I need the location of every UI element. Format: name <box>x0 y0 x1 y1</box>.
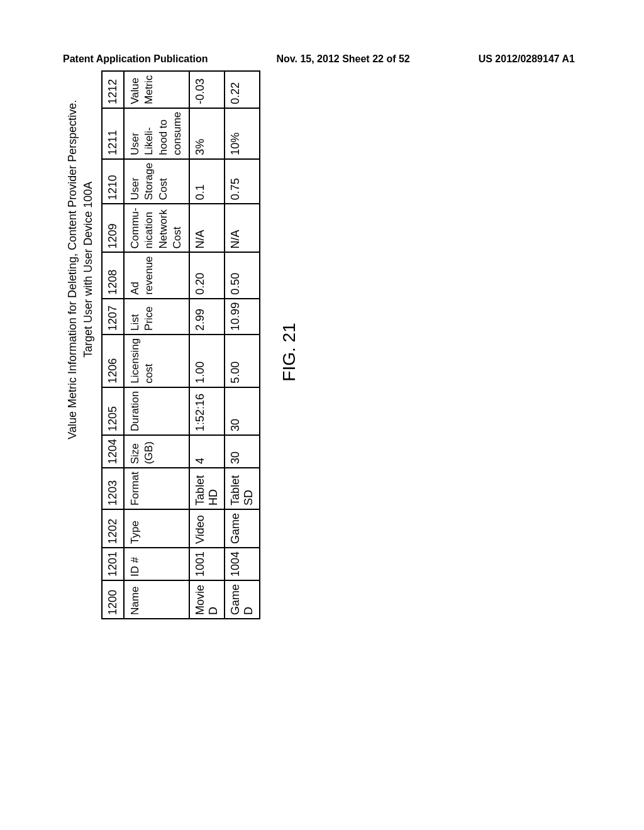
column-label-row: Name ID # Type Format Size (GB) Duration… <box>124 71 189 619</box>
col-num: 1204 <box>102 435 124 468</box>
col-num: 1201 <box>102 548 124 580</box>
header-center: Nov. 15, 2012 Sheet 22 of 52 <box>276 53 409 65</box>
figure-caption: FIG. 21 <box>279 323 299 381</box>
col-label: Commu-nication Network Cost <box>124 204 189 252</box>
cell: 0.75 <box>225 159 260 204</box>
col-label: Ad revenue <box>124 252 189 298</box>
col-label: User Likeli-hood to consume <box>124 108 189 159</box>
cell: 0.22 <box>225 71 260 108</box>
col-num: 1205 <box>102 387 124 435</box>
cell: 1004 <box>225 548 260 580</box>
cell: 1001 <box>189 548 225 580</box>
cell: 0.20 <box>189 252 225 298</box>
header-right: US 2012/0289147 A1 <box>479 53 575 65</box>
cell: 10.99 <box>225 299 260 335</box>
cell: 0.50 <box>225 252 260 298</box>
col-num: 1212 <box>102 71 124 108</box>
col-label: Value Metric <box>124 71 189 108</box>
col-label: User Storage Cost <box>124 159 189 204</box>
table-title: Value Metric Information for Deleting, C… <box>60 71 102 468</box>
cell: Game <box>225 509 260 548</box>
rotated-content: Value Metric Information for Deleting, C… <box>60 126 594 578</box>
table-row: Movie D 1001 Video Tablet HD 4 1:52:16 1… <box>189 71 225 619</box>
col-num: 1203 <box>102 468 124 509</box>
cell: Tablet HD <box>189 468 225 509</box>
col-label: List Price <box>124 299 189 335</box>
col-label: Licensing cost <box>124 335 189 387</box>
title-blank <box>60 468 102 619</box>
col-label: Type <box>124 509 189 548</box>
cell: Game D <box>225 580 260 619</box>
col-num: 1208 <box>102 252 124 298</box>
cell: Video <box>189 509 225 548</box>
col-label: Duration <box>124 387 189 435</box>
page-header: Patent Application Publication Nov. 15, … <box>63 53 575 65</box>
col-num: 1207 <box>102 299 124 335</box>
cell: N/A <box>189 204 225 252</box>
cell: 0.1 <box>189 159 225 204</box>
cell: 1.00 <box>189 335 225 387</box>
col-label: Size (GB) <box>124 435 189 468</box>
col-label: Format <box>124 468 189 509</box>
col-label: ID # <box>124 548 189 580</box>
col-num: 1209 <box>102 204 124 252</box>
title-line2: Target User with User Device 100A <box>82 182 94 358</box>
col-label: Name <box>124 580 189 619</box>
cell: 10% <box>225 108 260 159</box>
title-line1: Value Metric Information for Deleting, C… <box>66 100 79 440</box>
col-num: 1200 <box>102 580 124 619</box>
table-title-row: Value Metric Information for Deleting, C… <box>60 71 102 619</box>
value-metric-table: Value Metric Information for Deleting, C… <box>60 70 260 619</box>
col-num: 1210 <box>102 159 124 204</box>
cell: 2.99 <box>189 299 225 335</box>
cell: 5.00 <box>225 335 260 387</box>
cell: 30 <box>225 387 260 435</box>
cell: 30 <box>225 435 260 468</box>
table-row: Game D 1004 Game Tablet SD 30 30 5.00 10… <box>225 71 260 619</box>
header-left: Patent Application Publication <box>63 53 208 65</box>
cell: Movie D <box>189 580 225 619</box>
cell: N/A <box>225 204 260 252</box>
column-number-row: 1200 1201 1202 1203 1204 1205 1206 1207 … <box>102 71 124 619</box>
cell: 3% <box>189 108 225 159</box>
cell: 1:52:16 <box>189 387 225 435</box>
cell: -0.03 <box>189 71 225 108</box>
col-num: 1202 <box>102 509 124 548</box>
cell: Tablet SD <box>225 468 260 509</box>
col-num: 1211 <box>102 108 124 159</box>
cell: 4 <box>189 435 225 468</box>
table-container: Value Metric Information for Deleting, C… <box>60 85 260 619</box>
col-num: 1206 <box>102 335 124 387</box>
